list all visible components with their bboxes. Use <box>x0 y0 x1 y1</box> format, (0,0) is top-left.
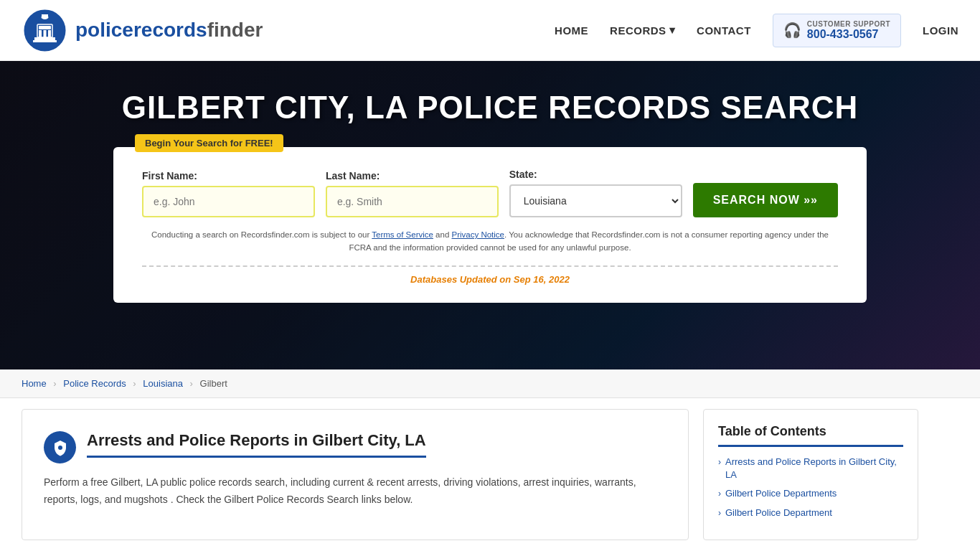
main-nav: HOME RECORDS ▾ CONTACT 🎧 CUSTOMER SUPPOR… <box>555 14 958 47</box>
state-select[interactable]: Louisiana <box>509 184 682 217</box>
article-header: Arrests and Police Reports in Gilbert Ci… <box>44 431 666 463</box>
state-group: State: Louisiana <box>509 169 682 217</box>
divider <box>142 265 838 267</box>
toc-item[interactable]: ›Arrests and Police Reports in Gilbert C… <box>718 456 903 481</box>
breadcrumb-home[interactable]: Home <box>22 378 47 389</box>
nav-records[interactable]: RECORDS ▾ <box>610 24 675 37</box>
toc-item[interactable]: ›Gilbert Police Department <box>718 507 903 519</box>
toc-box: Table of Contents ›Arrests and Police Re… <box>703 409 918 540</box>
toc-link[interactable]: Gilbert Police Department <box>725 507 832 519</box>
first-name-input[interactable] <box>142 186 315 217</box>
toc-arrow-icon: › <box>718 508 721 518</box>
toc-link[interactable]: Arrests and Police Reports in Gilbert Ci… <box>725 456 903 481</box>
first-name-label: First Name: <box>142 170 315 182</box>
breadcrumb-louisiana[interactable]: Louisiana <box>143 378 183 389</box>
svg-rect-7 <box>44 30 47 37</box>
free-badge: Begin Your Search for FREE! <box>135 134 283 152</box>
separator-1: › <box>53 378 56 389</box>
toc-arrow-icon: › <box>718 489 721 499</box>
separator-2: › <box>133 378 136 389</box>
svg-rect-9 <box>39 26 51 29</box>
chevron-down-icon: ▾ <box>669 24 676 37</box>
state-label: State: <box>509 169 682 180</box>
svg-point-10 <box>58 446 62 450</box>
content-area: Arrests and Police Reports in Gilbert Ci… <box>0 409 940 540</box>
search-button[interactable]: SEARCH NOW »» <box>693 183 838 217</box>
nav-home[interactable]: HOME <box>555 24 588 37</box>
disclaimer-text: Conducting a search on Recordsfinder.com… <box>142 228 838 255</box>
breadcrumb: Home › Police Records › Louisiana › Gilb… <box>0 369 980 398</box>
nav-login[interactable]: LOGIN <box>923 24 958 37</box>
last-name-group: Last Name: <box>326 170 499 217</box>
svg-rect-8 <box>48 30 51 37</box>
article-title: Arrests and Police Reports in Gilbert Ci… <box>87 431 426 458</box>
separator-3: › <box>190 378 193 389</box>
support-label: CUSTOMER SUPPORT <box>807 20 890 28</box>
svg-point-2 <box>42 15 49 19</box>
breadcrumb-current: Gilbert <box>200 378 227 389</box>
sidebar: Table of Contents ›Arrests and Police Re… <box>703 409 918 540</box>
logo-text: policerecordsfinder <box>75 19 263 42</box>
last-name-input[interactable] <box>326 186 499 217</box>
toc-link[interactable]: Gilbert Police Departments <box>725 487 837 500</box>
nav-contact[interactable]: CONTACT <box>697 24 751 37</box>
headset-icon: 🎧 <box>783 22 801 39</box>
support-phone: 800-433-0567 <box>807 28 890 41</box>
main-content: Arrests and Police Reports in Gilbert Ci… <box>22 409 689 540</box>
search-form: First Name: Last Name: State: Louisiana … <box>142 169 838 217</box>
hero-section: GILBERT CITY, LA POLICE RECORDS SEARCH B… <box>0 61 980 369</box>
logo-icon <box>22 7 68 54</box>
breadcrumb-police-records[interactable]: Police Records <box>63 378 126 389</box>
logo[interactable]: policerecordsfinder <box>22 7 263 54</box>
site-header: policerecordsfinder HOME RECORDS ▾ CONTA… <box>0 0 980 61</box>
db-updated: Databases Updated on Sep 16, 2022 <box>142 274 838 285</box>
badge-icon <box>52 439 69 456</box>
svg-rect-4 <box>33 40 57 42</box>
last-name-label: Last Name: <box>326 170 499 182</box>
privacy-link[interactable]: Privacy Notice <box>452 230 505 239</box>
first-name-group: First Name: <box>142 170 315 217</box>
hero-title: GILBERT CITY, LA POLICE RECORDS SEARCH <box>122 90 858 126</box>
toc-list: ›Arrests and Police Reports in Gilbert C… <box>718 456 903 519</box>
article-icon <box>44 431 76 463</box>
article-body: Perform a free Gilbert, LA public police… <box>44 474 666 509</box>
toc-item[interactable]: ›Gilbert Police Departments <box>718 487 903 500</box>
toc-title: Table of Contents <box>718 424 903 447</box>
toc-arrow-icon: › <box>718 457 721 467</box>
tos-link[interactable]: Terms of Service <box>372 230 433 239</box>
search-card: Begin Your Search for FREE! First Name: … <box>113 147 867 303</box>
customer-support[interactable]: 🎧 CUSTOMER SUPPORT 800-433-0567 <box>773 14 901 47</box>
svg-rect-6 <box>39 30 42 37</box>
